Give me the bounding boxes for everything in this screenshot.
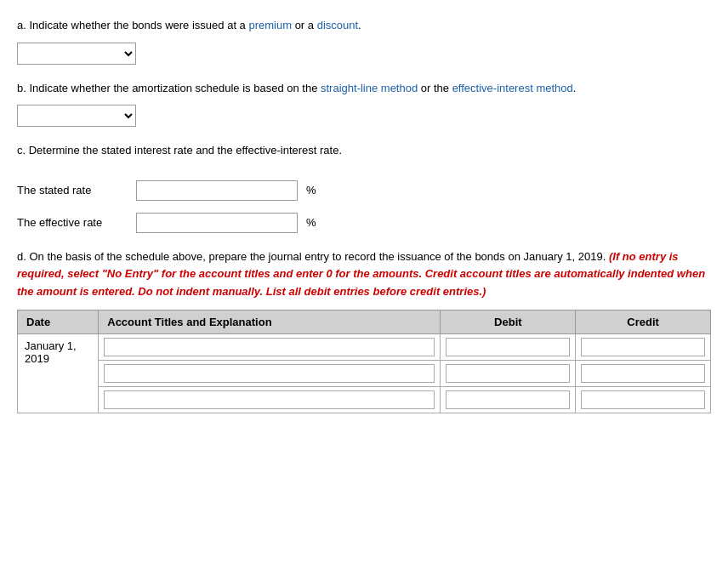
journal-entry-table: Date Account Titles and Explanation Debi…	[17, 310, 711, 413]
section-d-label: d. On the basis of the schedule above, p…	[17, 248, 711, 301]
row3-debit-cell	[441, 386, 576, 413]
section-a-label: a. Indicate whether the bonds were issue…	[17, 17, 711, 34]
section-d-normal-text: d. On the basis of the schedule above, p…	[17, 250, 606, 263]
row2-credit-input[interactable]	[581, 364, 705, 383]
row3-credit-cell	[576, 386, 711, 413]
effective-rate-percent: %	[306, 216, 316, 229]
row1-date: January 1,2019	[18, 333, 99, 413]
row2-account-input[interactable]	[104, 364, 435, 383]
effective-rate-label: The effective rate	[17, 216, 128, 229]
effective-rate-row: The effective rate %	[17, 213, 711, 233]
row1-account-cell	[99, 333, 441, 360]
row2-credit-cell	[576, 360, 711, 386]
section-c: c. Determine the stated interest rate an…	[17, 142, 711, 233]
row3-account-input[interactable]	[104, 390, 435, 409]
section-a-link-premium: premium	[248, 19, 292, 31]
journal-row-2	[18, 360, 711, 386]
effective-rate-input[interactable]	[136, 213, 298, 233]
row3-credit-input[interactable]	[581, 390, 705, 409]
section-a: a. Indicate whether the bonds were issue…	[17, 17, 711, 65]
row1-debit-cell	[441, 333, 576, 360]
stated-rate-row: The stated rate %	[17, 180, 711, 201]
section-d: d. On the basis of the schedule above, p…	[17, 248, 711, 413]
stated-rate-input[interactable]	[136, 180, 298, 201]
col-date-header: Date	[18, 310, 99, 333]
col-debit-header: Debit	[441, 310, 576, 333]
col-account-header: Account Titles and Explanation	[99, 310, 441, 333]
row1-debit-input[interactable]	[446, 338, 570, 356]
section-c-label: c. Determine the stated interest rate an…	[17, 142, 711, 159]
journal-row-3	[18, 386, 711, 413]
section-b-link-straight: straight-line method	[321, 82, 418, 94]
journal-row-1: January 1,2019	[18, 333, 711, 360]
section-b: b. Indicate whether the amortization sch…	[17, 80, 711, 128]
section-b-link-effective: effective-interest method	[452, 82, 573, 94]
section-b-label: b. Indicate whether the amortization sch…	[17, 80, 711, 97]
stated-rate-percent: %	[306, 184, 316, 197]
row1-account-input[interactable]	[104, 338, 435, 356]
section-a-select[interactable]: Premium Discount	[17, 43, 136, 65]
row3-debit-input[interactable]	[446, 390, 570, 409]
row2-debit-cell	[441, 360, 576, 386]
col-credit-header: Credit	[576, 310, 711, 333]
row2-debit-input[interactable]	[446, 364, 570, 383]
row1-credit-cell	[576, 333, 711, 360]
section-b-select[interactable]: Straight-line method Effective-interest …	[17, 105, 136, 127]
row3-account-cell	[99, 386, 441, 413]
section-a-link-discount: discount	[317, 19, 358, 31]
row1-credit-input[interactable]	[581, 338, 705, 356]
row2-account-cell	[99, 360, 441, 386]
stated-rate-label: The stated rate	[17, 184, 128, 197]
